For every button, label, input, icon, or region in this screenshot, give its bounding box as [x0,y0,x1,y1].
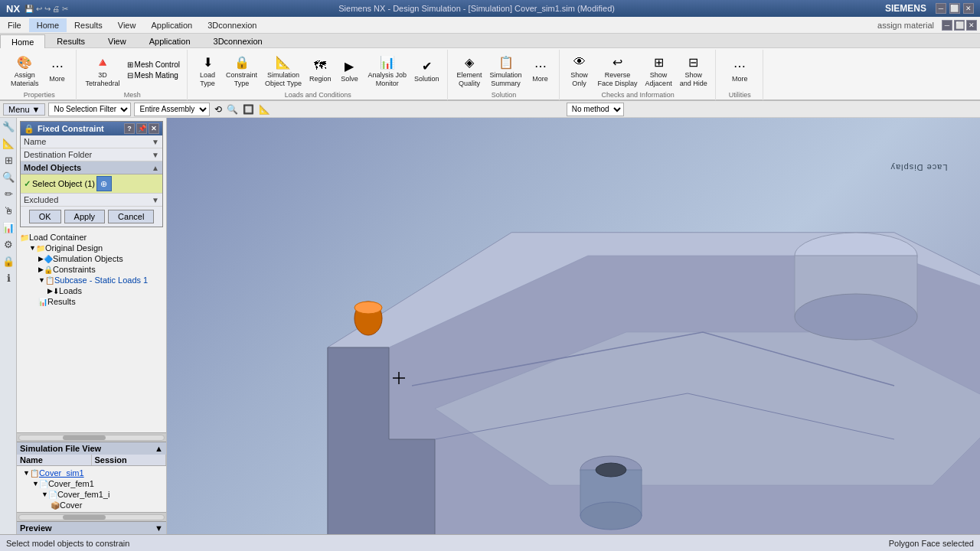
sim-object-type-button[interactable]: 📐 SimulationObject Type [262,51,305,90]
lace-display-label: Lace Display [890,163,948,172]
tb-close[interactable]: ✕ [966,20,977,31]
destination-expand[interactable]: ▼ [152,151,159,159]
preview-header[interactable]: Preview ▼ [17,522,166,534]
icon-toolbar-2[interactable]: 🔍 [225,103,240,116]
show-hide-button[interactable]: ⊟ Showand Hide [677,51,710,90]
ok-button[interactable]: OK [29,210,61,223]
sim-item-cover-sim1[interactable]: ▼ 📋 Cover_sim1 [18,468,165,478]
model-objects-section: Model Objects ▲ [21,161,162,174]
tree-loads[interactable]: ▶ ⬇ Loads [18,285,165,296]
left-icon-2[interactable]: 📐 [0,135,17,152]
name-expand[interactable]: ▼ [152,138,159,146]
menu-home[interactable]: Home [29,18,67,32]
left-sidebar-icons: 🔧 📐 ⊞ 🔍 ✏ 🖱 📊 ⚙ 🔒 ℹ [0,118,17,534]
solution-button[interactable]: ✔ Solution [411,55,443,85]
left-icon-10[interactable]: ℹ [0,269,17,286]
tree-load-container[interactable]: 📁 Load Container [18,232,165,243]
menu-results[interactable]: Results [67,18,110,32]
menu-3dconnexion[interactable]: 3Dconnexion [200,18,264,32]
close-button[interactable]: ✕ [963,3,974,14]
element-quality-button[interactable]: ◈ ElementQuality [454,51,485,90]
icon-toolbar-3[interactable]: 🔲 [241,103,256,116]
menu-view[interactable]: View [110,18,144,32]
left-icon-8[interactable]: ⚙ [0,236,17,253]
tree-sim-objects[interactable]: ▶ 🔷 Simulation Objects [18,253,165,264]
sim-icon-1: 📋 [30,469,39,478]
select-object-button[interactable]: ⊕ [96,176,112,191]
more-solution-button[interactable]: ⋯ More [527,55,554,85]
method-dropdown[interactable]: No method [567,103,624,116]
left-icon-1[interactable]: 🔧 [0,118,17,135]
sim-col-session: Session [92,455,167,465]
more-properties-button[interactable]: ⋯ More [44,55,71,85]
panel-vscrollbar-bottom[interactable] [17,512,166,521]
tab-results[interactable]: Results [45,34,96,47]
sim-item-cover-fem1-i[interactable]: ▼ 📄 Cover_fem1_i [18,489,165,500]
sim-item-cover[interactable]: 📦 Cover [18,500,165,510]
dialog-close-button[interactable]: ✕ [149,123,159,134]
left-icon-6[interactable]: 🖱 [0,202,17,219]
help-icon[interactable]: assign material [873,19,939,31]
icon-toolbar-4[interactable]: 📐 [257,103,272,116]
mesh-control-button[interactable]: ⊞ Mesh Control [125,60,182,70]
expand-loads: ▶ [47,287,53,295]
panel-hscroll-thumb[interactable] [63,435,106,440]
region-button[interactable]: 🗺 Region [306,55,335,85]
excluded-expand[interactable]: ▼ [152,196,159,204]
reverse-face-button[interactable]: ↩ ReverseFace Display [595,51,641,90]
tree-subcase[interactable]: ▼ 📋 Subcase - Static Loads 1 [18,275,165,285]
sim-file-collapse-icon[interactable]: ▲ [155,444,163,453]
tab-home[interactable]: Home [0,34,45,48]
left-icon-7[interactable]: 📊 [0,219,17,236]
icon-toolbar-1[interactable]: ⟲ [213,103,224,116]
3d-viewport[interactable]: Lace Display [167,118,980,534]
left-icon-3[interactable]: ⊞ [0,152,17,168]
tree-sim-objects-label: Simulation Objects [53,254,123,263]
panel-hscrollbar[interactable] [17,432,166,442]
restore-button[interactable]: ⬜ [949,3,960,14]
tab-application[interactable]: Application [138,34,202,47]
more-solution-icon: ⋯ [531,57,550,75]
dialog-destination-label: Destination Folder [24,150,92,159]
assembly-dropdown[interactable]: Entire Assembly [134,103,210,116]
sim-item-cover-fem1[interactable]: ▼ 📄 Cover_fem1 [18,478,165,489]
constraint-type-button[interactable]: 🔒 ConstraintType [223,51,260,90]
left-icon-4[interactable]: 🔍 [0,168,17,185]
minimize-button[interactable]: ─ [936,3,946,14]
show-adjacent-button[interactable]: ⊞ ShowAdjacent [642,51,675,90]
solve-button[interactable]: ▶ Solve [335,55,363,85]
menu-dropdown[interactable]: Menu ▼ [3,103,45,116]
model-objects-expand[interactable]: ▲ [152,164,159,172]
tab-3dconnexion[interactable]: 3Dconnexion [202,34,274,47]
left-icon-5[interactable]: ✏ [0,185,17,202]
dialog-help-button[interactable]: ? [124,123,135,134]
checks-group-label: Checks and Information [602,91,675,99]
tree-results[interactable]: 📊 Results [18,296,165,307]
sim-cover-sim1-label[interactable]: Cover_sim1 [39,468,84,478]
selection-filter-dropdown[interactable]: No Selection Filter [48,103,131,116]
tb-min[interactable]: ─ [942,20,952,31]
apply-button[interactable]: Apply [64,210,106,223]
left-icon-9[interactable]: 🔒 [0,253,17,269]
panel-hscroll-track[interactable] [18,435,165,441]
tree-original-design[interactable]: ▼ 📁 Original Design [18,243,165,253]
load-type-button[interactable]: ⬇ LoadType [194,51,221,90]
sim-summary-button[interactable]: 📋 SimulationSummary [487,51,525,90]
cancel-button[interactable]: Cancel [108,210,154,223]
mesh-mating-button[interactable]: ⊟ Mesh Mating [125,70,182,80]
tab-view[interactable]: View [96,34,138,47]
preview-expand-icon[interactable]: ▼ [155,523,163,533]
analysis-job-button[interactable]: 📊 Analysis JobMonitor [364,51,410,90]
panel-vscroll-track[interactable] [18,514,165,520]
menu-application[interactable]: Application [143,18,200,32]
assign-materials-button[interactable]: 🎨 AssignMaterials [8,51,42,90]
sim-file-view-header[interactable]: Simulation File View ▲ [17,442,166,455]
3d-tetrahedral-button[interactable]: 🔺 3DTetrahedral [83,51,123,90]
panel-vscroll-thumb[interactable] [63,515,106,520]
more-utilities-button[interactable]: ⋯ More [726,55,753,85]
show-only-button[interactable]: 👁 ShowOnly [566,51,593,90]
menu-file[interactable]: File [0,18,29,32]
tree-constraints[interactable]: ▶ 🔒 Constraints [18,264,165,275]
tb-restore[interactable]: ⬜ [954,20,965,31]
dialog-pin-button[interactable]: 📌 [136,123,147,134]
